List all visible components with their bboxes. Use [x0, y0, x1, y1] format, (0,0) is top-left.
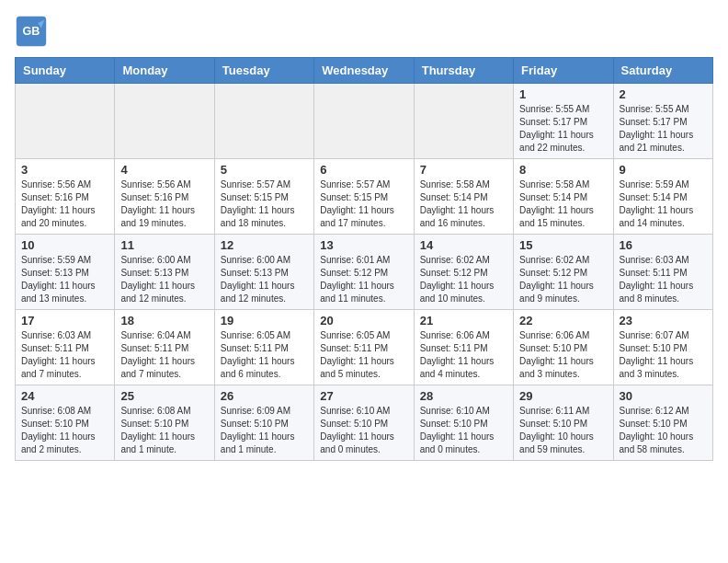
day-info: Sunrise: 5:56 AM Sunset: 5:16 PM Dayligh…	[21, 178, 108, 230]
day-number: 26	[221, 389, 308, 403]
day-info: Sunrise: 6:10 AM Sunset: 5:10 PM Dayligh…	[320, 405, 407, 456]
day-info: Sunrise: 5:58 AM Sunset: 5:14 PM Dayligh…	[519, 178, 607, 230]
weekday-header-sunday: Sunday	[16, 58, 115, 84]
day-info: Sunrise: 5:59 AM Sunset: 5:14 PM Dayligh…	[620, 178, 707, 230]
day-info: Sunrise: 6:04 AM Sunset: 5:11 PM Dayligh…	[120, 329, 208, 381]
calendar-header-row: SundayMondayTuesdayWednesdayThursdayFrid…	[16, 58, 713, 84]
day-number: 24	[21, 389, 108, 403]
day-number: 9	[620, 163, 707, 177]
calendar-cell	[314, 84, 414, 159]
page-header: GB	[15, 15, 713, 48]
calendar-cell: 27Sunrise: 6:10 AM Sunset: 5:10 PM Dayli…	[314, 385, 414, 461]
day-number: 17	[21, 314, 108, 327]
day-number: 22	[519, 314, 607, 327]
calendar-week-row: 10Sunrise: 5:59 AM Sunset: 5:13 PM Dayli…	[16, 235, 713, 310]
day-info: Sunrise: 6:00 AM Sunset: 5:13 PM Dayligh…	[120, 254, 208, 305]
weekday-header-wednesday: Wednesday	[314, 58, 414, 84]
calendar-cell	[414, 84, 513, 159]
day-number: 25	[120, 389, 208, 403]
calendar-cell: 19Sunrise: 6:05 AM Sunset: 5:11 PM Dayli…	[214, 310, 313, 385]
day-info: Sunrise: 6:05 AM Sunset: 5:11 PM Dayligh…	[221, 329, 308, 381]
day-number: 7	[420, 163, 507, 177]
day-number: 11	[120, 238, 208, 252]
calendar-cell: 13Sunrise: 6:01 AM Sunset: 5:12 PM Dayli…	[314, 235, 414, 310]
calendar-cell: 21Sunrise: 6:06 AM Sunset: 5:11 PM Dayli…	[414, 310, 513, 385]
calendar-cell	[16, 84, 115, 159]
calendar-cell: 25Sunrise: 6:08 AM Sunset: 5:10 PM Dayli…	[115, 385, 214, 461]
day-info: Sunrise: 5:57 AM Sunset: 5:15 PM Dayligh…	[320, 178, 407, 230]
day-info: Sunrise: 6:03 AM Sunset: 5:11 PM Dayligh…	[21, 329, 108, 381]
weekday-header-thursday: Thursday	[414, 58, 513, 84]
day-info: Sunrise: 6:02 AM Sunset: 5:12 PM Dayligh…	[519, 254, 607, 305]
day-info: Sunrise: 5:55 AM Sunset: 5:17 PM Dayligh…	[519, 103, 607, 155]
calendar-cell: 20Sunrise: 6:05 AM Sunset: 5:11 PM Dayli…	[314, 310, 414, 385]
logo-icon: GB	[15, 15, 48, 48]
day-number: 20	[320, 314, 407, 327]
day-number: 12	[221, 238, 308, 252]
day-info: Sunrise: 5:57 AM Sunset: 5:15 PM Dayligh…	[221, 178, 308, 230]
calendar-cell: 5Sunrise: 5:57 AM Sunset: 5:15 PM Daylig…	[214, 159, 313, 235]
svg-text:GB: GB	[23, 25, 40, 38]
weekday-header-tuesday: Tuesday	[214, 58, 313, 84]
calendar-cell: 10Sunrise: 5:59 AM Sunset: 5:13 PM Dayli…	[16, 235, 115, 310]
calendar-cell: 23Sunrise: 6:07 AM Sunset: 5:10 PM Dayli…	[613, 310, 712, 385]
calendar-cell: 14Sunrise: 6:02 AM Sunset: 5:12 PM Dayli…	[414, 235, 513, 310]
weekday-header-monday: Monday	[115, 58, 214, 84]
calendar-cell: 24Sunrise: 6:08 AM Sunset: 5:10 PM Dayli…	[16, 385, 115, 461]
calendar-cell: 18Sunrise: 6:04 AM Sunset: 5:11 PM Dayli…	[115, 310, 214, 385]
calendar-cell: 9Sunrise: 5:59 AM Sunset: 5:14 PM Daylig…	[613, 159, 712, 235]
day-info: Sunrise: 5:56 AM Sunset: 5:16 PM Dayligh…	[120, 178, 208, 230]
day-number: 6	[320, 163, 407, 177]
day-info: Sunrise: 6:07 AM Sunset: 5:10 PM Dayligh…	[620, 329, 707, 381]
calendar-cell: 11Sunrise: 6:00 AM Sunset: 5:13 PM Dayli…	[115, 235, 214, 310]
day-number: 2	[620, 87, 707, 101]
calendar-cell: 7Sunrise: 5:58 AM Sunset: 5:14 PM Daylig…	[414, 159, 513, 235]
calendar-cell: 8Sunrise: 5:58 AM Sunset: 5:14 PM Daylig…	[514, 159, 613, 235]
calendar-week-row: 17Sunrise: 6:03 AM Sunset: 5:11 PM Dayli…	[16, 310, 713, 385]
calendar-cell: 16Sunrise: 6:03 AM Sunset: 5:11 PM Dayli…	[613, 235, 712, 310]
calendar-cell: 4Sunrise: 5:56 AM Sunset: 5:16 PM Daylig…	[115, 159, 214, 235]
day-number: 29	[519, 389, 607, 403]
calendar-cell: 2Sunrise: 5:55 AM Sunset: 5:17 PM Daylig…	[613, 84, 712, 159]
day-info: Sunrise: 6:11 AM Sunset: 5:10 PM Dayligh…	[519, 405, 607, 456]
day-info: Sunrise: 5:59 AM Sunset: 5:13 PM Dayligh…	[21, 254, 108, 305]
calendar-cell: 1Sunrise: 5:55 AM Sunset: 5:17 PM Daylig…	[514, 84, 613, 159]
day-number: 8	[519, 163, 607, 177]
day-number: 10	[21, 238, 108, 252]
day-info: Sunrise: 6:05 AM Sunset: 5:11 PM Dayligh…	[320, 329, 407, 381]
day-number: 3	[21, 163, 108, 177]
day-info: Sunrise: 6:06 AM Sunset: 5:11 PM Dayligh…	[420, 329, 507, 381]
calendar-cell: 22Sunrise: 6:06 AM Sunset: 5:10 PM Dayli…	[514, 310, 613, 385]
calendar-cell: 15Sunrise: 6:02 AM Sunset: 5:12 PM Dayli…	[514, 235, 613, 310]
calendar-table: SundayMondayTuesdayWednesdayThursdayFrid…	[15, 57, 713, 461]
day-number: 5	[221, 163, 308, 177]
day-number: 13	[320, 238, 407, 252]
day-info: Sunrise: 6:06 AM Sunset: 5:10 PM Dayligh…	[519, 329, 607, 381]
day-info: Sunrise: 6:08 AM Sunset: 5:10 PM Dayligh…	[120, 405, 208, 456]
day-number: 19	[221, 314, 308, 327]
day-number: 14	[420, 238, 507, 252]
calendar-cell: 28Sunrise: 6:10 AM Sunset: 5:10 PM Dayli…	[414, 385, 513, 461]
day-info: Sunrise: 5:58 AM Sunset: 5:14 PM Dayligh…	[420, 178, 507, 230]
day-number: 16	[620, 238, 707, 252]
day-info: Sunrise: 6:03 AM Sunset: 5:11 PM Dayligh…	[620, 254, 707, 305]
calendar-week-row: 24Sunrise: 6:08 AM Sunset: 5:10 PM Dayli…	[16, 385, 713, 461]
calendar-cell: 3Sunrise: 5:56 AM Sunset: 5:16 PM Daylig…	[16, 159, 115, 235]
day-info: Sunrise: 5:55 AM Sunset: 5:17 PM Dayligh…	[620, 103, 707, 155]
day-info: Sunrise: 6:02 AM Sunset: 5:12 PM Dayligh…	[420, 254, 507, 305]
day-info: Sunrise: 6:09 AM Sunset: 5:10 PM Dayligh…	[221, 405, 308, 456]
day-number: 18	[120, 314, 208, 327]
day-info: Sunrise: 6:01 AM Sunset: 5:12 PM Dayligh…	[320, 254, 407, 305]
day-info: Sunrise: 6:00 AM Sunset: 5:13 PM Dayligh…	[221, 254, 308, 305]
logo: GB	[15, 15, 51, 48]
day-number: 28	[420, 389, 507, 403]
day-number: 30	[620, 389, 707, 403]
day-info: Sunrise: 6:12 AM Sunset: 5:10 PM Dayligh…	[620, 405, 707, 456]
calendar-cell: 26Sunrise: 6:09 AM Sunset: 5:10 PM Dayli…	[214, 385, 313, 461]
calendar-cell	[115, 84, 214, 159]
weekday-header-saturday: Saturday	[613, 58, 712, 84]
calendar-week-row: 1Sunrise: 5:55 AM Sunset: 5:17 PM Daylig…	[16, 84, 713, 159]
day-number: 1	[519, 87, 607, 101]
day-number: 4	[120, 163, 208, 177]
calendar-week-row: 3Sunrise: 5:56 AM Sunset: 5:16 PM Daylig…	[16, 159, 713, 235]
